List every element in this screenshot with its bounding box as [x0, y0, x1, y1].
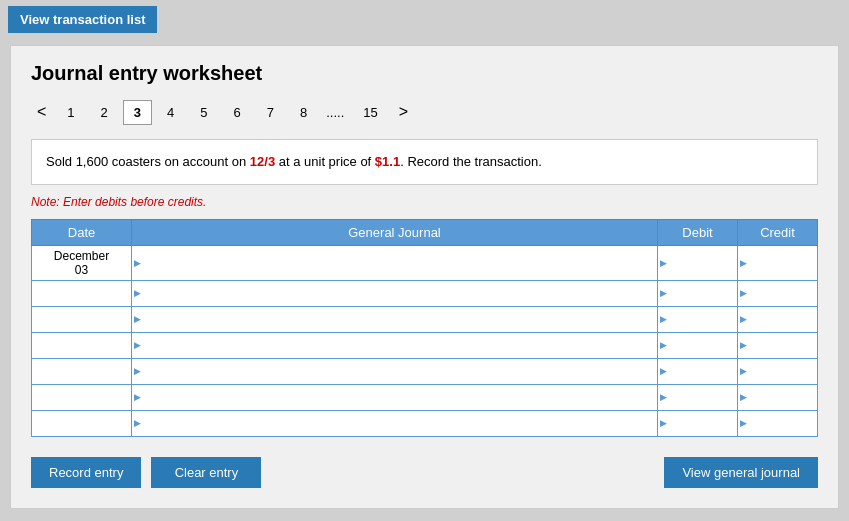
description-box: Sold 1,600 coasters on account on 12/3 a… [31, 139, 818, 185]
debit-cell-7[interactable] [658, 410, 738, 436]
col-header-credit: Credit [738, 219, 818, 245]
journal-input-4[interactable] [132, 333, 657, 358]
journal-input-2[interactable] [132, 281, 657, 306]
journal-input-7[interactable] [132, 411, 657, 436]
credit-cell-3[interactable] [738, 306, 818, 332]
page-2[interactable]: 2 [90, 100, 119, 125]
credit-cell-7[interactable] [738, 410, 818, 436]
journal-cell-2[interactable] [132, 280, 658, 306]
page-6[interactable]: 6 [223, 100, 252, 125]
debit-cell-2[interactable] [658, 280, 738, 306]
credit-input-3[interactable] [738, 307, 817, 332]
date-cell-3 [32, 306, 132, 332]
debit-input-5[interactable] [658, 359, 737, 384]
view-general-journal-button[interactable]: View general journal [664, 457, 818, 488]
buttons-row: Record entry Clear entry View general jo… [31, 457, 818, 488]
date-cell-1: December03 [32, 245, 132, 280]
credit-cell-1[interactable] [738, 245, 818, 280]
table-row: December03 [32, 245, 818, 280]
debit-cell-3[interactable] [658, 306, 738, 332]
journal-cell-6[interactable] [132, 384, 658, 410]
debit-input-7[interactable] [658, 411, 737, 436]
journal-cell-3[interactable] [132, 306, 658, 332]
table-row [32, 280, 818, 306]
debit-cell-5[interactable] [658, 358, 738, 384]
date-cell-2 [32, 280, 132, 306]
description-date-highlight: 12/3 [250, 154, 275, 169]
journal-input-6[interactable] [132, 385, 657, 410]
page-3[interactable]: 3 [123, 100, 152, 125]
journal-input-5[interactable] [132, 359, 657, 384]
journal-cell-1[interactable] [132, 245, 658, 280]
debit-input-6[interactable] [658, 385, 737, 410]
credit-input-5[interactable] [738, 359, 817, 384]
top-bar: View transaction list [0, 0, 849, 39]
journal-cell-4[interactable] [132, 332, 658, 358]
credit-cell-6[interactable] [738, 384, 818, 410]
table-row [32, 384, 818, 410]
page-1[interactable]: 1 [56, 100, 85, 125]
page-5[interactable]: 5 [189, 100, 218, 125]
table-row [32, 332, 818, 358]
journal-input-3[interactable] [132, 307, 657, 332]
page-8[interactable]: 8 [289, 100, 318, 125]
table-row [32, 358, 818, 384]
debit-input-3[interactable] [658, 307, 737, 332]
record-entry-button[interactable]: Record entry [31, 457, 141, 488]
credit-input-7[interactable] [738, 411, 817, 436]
col-header-debit: Debit [658, 219, 738, 245]
page-15[interactable]: 15 [352, 100, 388, 125]
journal-input-1[interactable] [132, 246, 657, 280]
col-header-date: Date [32, 219, 132, 245]
debit-cell-4[interactable] [658, 332, 738, 358]
journal-table: Date General Journal Debit Credit Decemb… [31, 219, 818, 437]
next-page-button[interactable]: > [393, 99, 414, 125]
journal-cell-7[interactable] [132, 410, 658, 436]
clear-entry-button[interactable]: Clear entry [151, 457, 261, 488]
view-transaction-button[interactable]: View transaction list [8, 6, 157, 33]
date-cell-6 [32, 384, 132, 410]
journal-cell-5[interactable] [132, 358, 658, 384]
description-price-highlight: $1.1 [375, 154, 400, 169]
credit-cell-5[interactable] [738, 358, 818, 384]
table-row [32, 410, 818, 436]
credit-cell-2[interactable] [738, 280, 818, 306]
credit-cell-4[interactable] [738, 332, 818, 358]
debit-cell-6[interactable] [658, 384, 738, 410]
description-text3: . Record the transaction. [400, 154, 542, 169]
page-dots: ..... [322, 101, 348, 124]
page-4[interactable]: 4 [156, 100, 185, 125]
prev-page-button[interactable]: < [31, 99, 52, 125]
date-cell-7 [32, 410, 132, 436]
description-text1: Sold 1,600 coasters on account on [46, 154, 250, 169]
table-row [32, 306, 818, 332]
credit-input-4[interactable] [738, 333, 817, 358]
worksheet-title: Journal entry worksheet [31, 62, 818, 85]
date-cell-5 [32, 358, 132, 384]
debit-input-2[interactable] [658, 281, 737, 306]
credit-input-1[interactable] [738, 246, 817, 280]
credit-input-2[interactable] [738, 281, 817, 306]
col-header-journal: General Journal [132, 219, 658, 245]
main-container: Journal entry worksheet < 1 2 3 4 5 6 7 … [10, 45, 839, 509]
debit-cell-1[interactable] [658, 245, 738, 280]
note-text: Note: Enter debits before credits. [31, 195, 818, 209]
description-text2: at a unit price of [275, 154, 375, 169]
date-cell-4 [32, 332, 132, 358]
debit-input-1[interactable] [658, 246, 737, 280]
pagination: < 1 2 3 4 5 6 7 8 ..... 15 > [31, 99, 818, 125]
credit-input-6[interactable] [738, 385, 817, 410]
page-7[interactable]: 7 [256, 100, 285, 125]
debit-input-4[interactable] [658, 333, 737, 358]
